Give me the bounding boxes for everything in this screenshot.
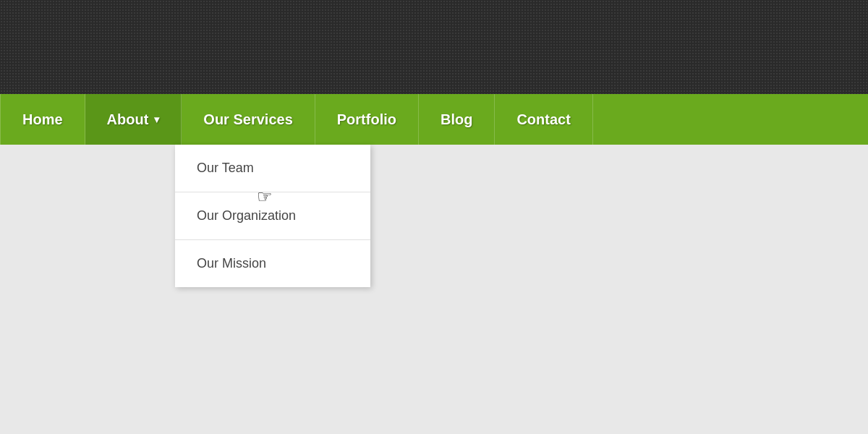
nav-bar: Home About ▾ Our Services Portfolio Blog… — [0, 94, 868, 145]
top-bar — [0, 0, 868, 94]
nav-label-blog: Blog — [441, 111, 472, 128]
nav-item-portfolio[interactable]: Portfolio — [315, 94, 419, 145]
nav-item-contact[interactable]: Contact — [495, 94, 592, 145]
content-area: Our Team Our Organization Our Mission ☞ — [0, 145, 868, 434]
nav-item-about[interactable]: About ▾ — [85, 94, 182, 145]
nav-label-our-services: Our Services — [203, 111, 292, 128]
nav-item-our-services[interactable]: Our Services — [182, 94, 315, 145]
dropdown-item-our-organization[interactable]: Our Organization — [175, 192, 370, 240]
dropdown-item-our-team[interactable]: Our Team — [175, 145, 370, 192]
nav-item-blog[interactable]: Blog — [419, 94, 495, 145]
nav-label-portfolio: Portfolio — [337, 111, 396, 128]
chevron-down-icon: ▾ — [154, 114, 159, 125]
nav-item-home[interactable]: Home — [0, 94, 85, 145]
dropdown-menu: Our Team Our Organization Our Mission — [175, 145, 370, 287]
nav-label-home: Home — [22, 111, 63, 128]
dropdown-label-our-organization: Our Organization — [197, 208, 296, 223]
dropdown-label-our-team: Our Team — [197, 161, 254, 175]
dropdown-item-our-mission[interactable]: Our Mission — [175, 240, 370, 287]
nav-label-contact: Contact — [516, 111, 570, 128]
nav-label-about: About — [107, 111, 149, 128]
dropdown-label-our-mission: Our Mission — [197, 256, 266, 271]
